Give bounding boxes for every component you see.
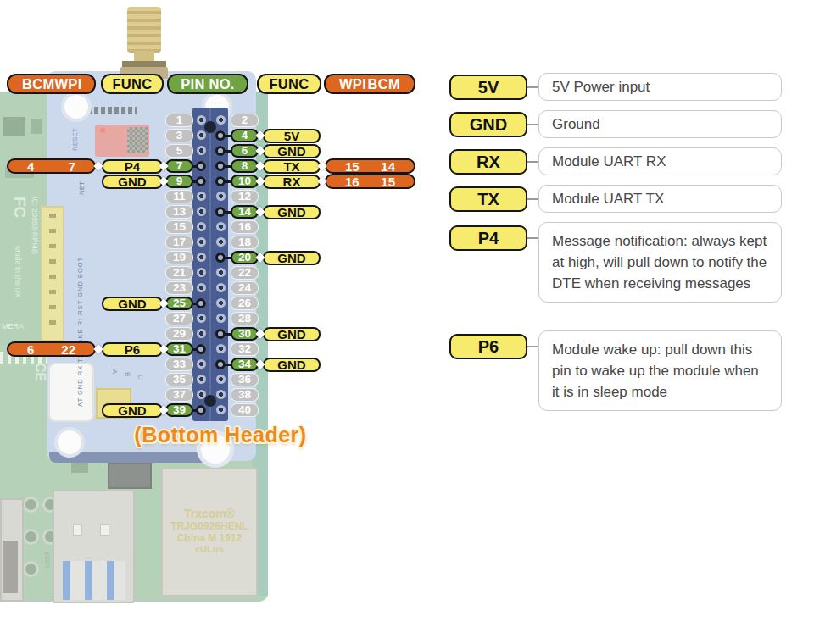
wpi-right-value: 15 [345,160,360,173]
pin-number-right: 32 [231,342,259,356]
component [71,463,88,473]
jumper-label: A [111,369,119,374]
func-right-pill: RX [263,175,321,189]
ethernet-cert: cULus [163,544,256,554]
legend-key-pill: RX [449,149,527,175]
pin-number-right: 36 [231,373,259,386]
wpi-bcm-right-pill: 1615 [325,174,415,189]
bcm-right-value: 14 [381,160,395,173]
header-bcm-right-label: BCM [368,77,400,92]
legend-description: Message notification: always kept at hig… [538,222,782,303]
bcm-wpi-left-pill: 622 [7,341,96,357]
pin-number-left: 3 [165,129,193,142]
pin-number-right: 16 [231,220,259,234]
header-wpi-right-label: WPI [339,77,366,92]
ethernet-origin: China M 1912 [163,532,256,544]
fcc-mark: FC [10,197,29,218]
pin-number-right: 34 [231,358,259,371]
func-left-pill: GND [102,297,163,311]
wpi-left-value: 22 [61,343,75,356]
legend-connector-line [527,198,538,200]
legend-row: TXModule UART TX [449,185,782,213]
pin-hole [197,359,206,369]
pin-number-left: 25 [165,297,193,310]
pin-number-right: 28 [231,312,259,325]
reset-silkscreen: RESET [71,128,79,151]
pin-number-left: 15 [165,220,193,234]
sma-connector [127,7,161,53]
pin-hole [216,115,226,125]
pin-number-right: 22 [231,266,259,280]
pad [23,561,39,577]
pin-hole [197,207,206,216]
pin-number-left: 5 [165,144,193,158]
pin-ring [215,176,226,186]
legend-connector-line [527,346,538,347]
header-func-right: FUNC [257,74,321,94]
wpi-bcm-right-pill: 1514 [325,158,415,174]
pin-hole [216,192,226,201]
hat-edge-silkscreen: AT GND RX TX WAKE RI RST GND BOOT [76,257,84,407]
pin-ring [196,405,206,415]
pin-hole [197,130,206,140]
pin-number-left: 27 [165,312,193,325]
ce-mark: CE [32,363,47,381]
component [31,119,42,134]
func-left-pill: GND [102,403,163,418]
func-right-pill: TX [263,159,321,174]
usb-peg [100,524,109,536]
pin-ring [215,161,226,171]
pin-ring [196,298,206,308]
func-left-pill: P4 [102,159,163,174]
legend-row: P4Message notification: always kept at h… [449,222,782,303]
pin-ring [215,207,226,217]
wpi-left-value: 7 [69,160,75,173]
component [3,117,25,136]
pin-number-left: 33 [165,358,193,371]
legend-row: P6Module wake up: pull down this pin to … [449,330,782,411]
hat-connector [48,363,94,422]
pin-hole [216,390,226,399]
pin-hole [216,375,226,384]
pin-number-left: 7 [165,159,193,173]
header-pin-no: PIN NO. [167,74,248,94]
pin-hole [216,237,226,247]
legend-description: Module UART TX [538,185,782,213]
pin-number-right: 10 [231,175,259,188]
header-bcm-left-label: BCM [22,77,54,92]
pin-hole [216,314,226,323]
pin-ring [215,329,226,339]
pin-hole [216,405,226,414]
usb-tongue [63,561,125,600]
pin-number-left: 11 [165,190,193,203]
legend-connector-line [527,124,538,125]
pin-hole [197,146,206,155]
pin-number-left: 19 [165,251,193,264]
pin-number-right: 4 [231,129,259,142]
pin-hole [197,192,206,201]
ic-silkscreen: IC: 20953-RPI4B [31,197,39,254]
bcm-left-value: 4 [27,160,34,173]
ethernet-label: Trxcom® TRJG0926HENL China M 1912 cULus [163,507,256,554]
func-right-pill: GND [263,251,321,265]
pin-hole [197,375,206,384]
pin-number-right: 8 [231,159,259,173]
side-header-pins [49,214,56,336]
legend-key-pill: P6 [449,334,527,359]
legend-connector-line [527,161,538,163]
pin-ring [215,253,226,263]
screw-hole [204,121,216,133]
pin-number-left: 13 [165,205,193,219]
pin-ring [196,161,206,171]
pin-number-right: 40 [231,403,259,417]
pin-number-right: 6 [231,144,259,158]
jumper-label: C [137,375,144,380]
ethernet-brand: Trxcom® [163,507,256,520]
pin-hole [216,283,226,292]
pin-hole [197,314,206,323]
func-left-pill: P6 [102,342,163,357]
legend-key-pill: GND [449,112,527,137]
pin-number-left: 39 [165,403,193,417]
pin-number-right: 14 [231,205,259,219]
legend-description: Module UART RX [538,147,782,175]
